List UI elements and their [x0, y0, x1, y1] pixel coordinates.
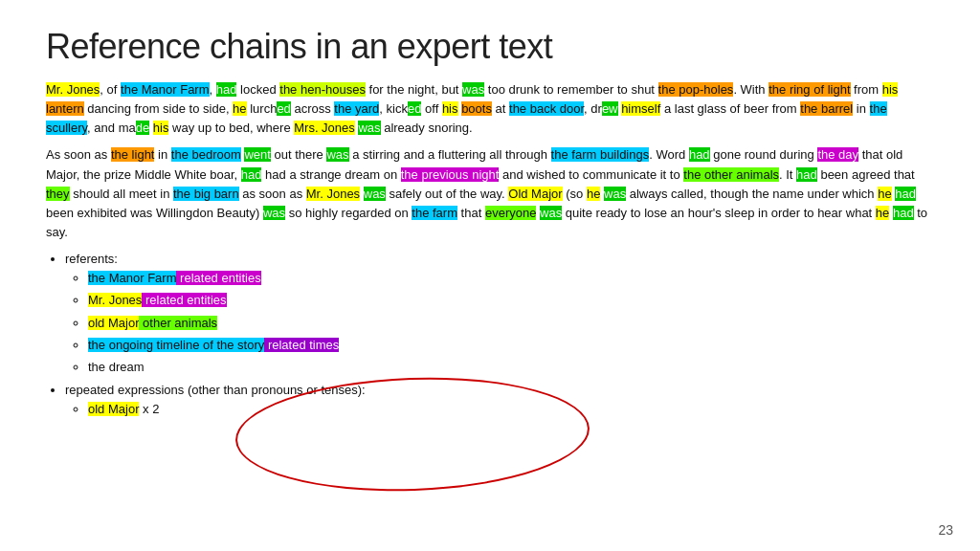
highlighted-text: ed	[408, 101, 421, 116]
highlighted-text: his	[882, 82, 899, 97]
highlighted-text: had	[893, 206, 914, 220]
highlighted-text: the yard	[334, 101, 379, 116]
highlighted-text: the light	[111, 147, 155, 162]
highlighted-text: the hen-houses	[279, 82, 366, 97]
highlighted-text: Mrs. Jones	[294, 121, 355, 135]
highlighted-text: they	[46, 187, 70, 201]
highlighted-text: the barrel	[800, 101, 853, 116]
highlighted-text: lantern	[46, 101, 84, 116]
referent-text: the Manor Farm	[88, 271, 176, 285]
highlighted-text: was	[462, 82, 484, 97]
referent-item: the ongoing timeline of the story relate…	[88, 336, 934, 355]
referent-text: the dream	[88, 360, 145, 374]
highlighted-text: boots	[461, 101, 492, 116]
referent-category: related times	[264, 338, 339, 352]
content-area: Mr. Jones, of the Manor Farm, had locked…	[46, 80, 934, 419]
repeated-list-item: repeated expressions (other than pronoun…	[65, 381, 934, 419]
referent-category: related entities	[142, 293, 226, 307]
highlighted-text: the pop-holes	[658, 82, 734, 97]
slide: Reference chains in an expert text Mr. J…	[0, 0, 980, 551]
referent-text: old Major	[88, 316, 139, 330]
paragraph-1: Mr. Jones, of the Manor Farm, had locked…	[46, 80, 934, 138]
repeated-sublist: old Major x 2	[88, 400, 934, 419]
highlighted-text: the farm	[412, 206, 457, 220]
repeated-item: old Major x 2	[88, 400, 934, 419]
paragraph-2: As soon as the light in the bedroom went…	[46, 145, 934, 242]
repeated-label: repeated expressions (other than pronoun…	[65, 383, 366, 397]
referent-text: the ongoing timeline of the story	[88, 338, 264, 352]
highlighted-text: Mr. Jones	[46, 82, 100, 97]
highlighted-text: the big barn	[173, 187, 239, 201]
highlighted-text: had	[241, 167, 262, 182]
referent-item: Mr. Jones related entities	[88, 291, 934, 310]
page-number: 23	[938, 522, 953, 538]
highlighted-text: he	[876, 206, 889, 220]
referent-category: other animals	[139, 316, 217, 330]
highlighted-text: ew	[602, 101, 618, 116]
highlighted-text: the Manor Farm	[121, 82, 209, 97]
highlighted-text: himself	[621, 101, 660, 116]
highlighted-text: was	[326, 147, 348, 162]
referent-text: Mr. Jones	[88, 293, 142, 307]
referents-sublist: the Manor Farm related entitiesMr. Jones…	[88, 269, 934, 377]
highlighted-text: ed	[277, 101, 290, 116]
highlighted-text: his	[442, 101, 458, 116]
highlighted-text: the previous night	[401, 167, 500, 182]
highlighted-text: de	[136, 121, 149, 135]
highlighted-text: Mr. Jones	[306, 187, 360, 201]
highlighted-text: he	[878, 187, 891, 201]
highlighted-text: he	[233, 101, 246, 116]
highlighted-text: was	[358, 121, 380, 135]
highlighted-text: the other animals	[683, 167, 779, 182]
highlighted-text: everyone	[485, 206, 536, 220]
highlighted-text: had	[689, 147, 710, 162]
highlighted-text: had	[895, 187, 916, 201]
highlighted-text: was	[604, 187, 626, 201]
repeated-text: old Major	[88, 402, 139, 416]
highlighted-text: he	[587, 187, 600, 201]
referent-item: old Major other animals	[88, 314, 934, 333]
highlighted-text: was	[364, 187, 386, 201]
highlighted-text: the back door	[509, 101, 584, 116]
referents-label: referents:	[65, 252, 118, 266]
highlighted-text: had	[796, 167, 817, 182]
referent-item: the dream	[88, 358, 934, 377]
referents-section: referents: the Manor Farm related entiti…	[46, 250, 934, 419]
slide-title: Reference chains in an expert text	[46, 27, 934, 67]
highlighted-text: had	[216, 82, 237, 97]
highlighted-text: the farm buildings	[551, 147, 650, 162]
highlighted-text: the day	[817, 147, 858, 162]
referents-list-item: referents: the Manor Farm related entiti…	[65, 250, 934, 377]
highlighted-text: the bedroom	[171, 147, 241, 162]
highlighted-text: was	[263, 206, 285, 220]
referent-item: the Manor Farm related entities	[88, 269, 934, 288]
highlighted-text: his	[153, 121, 169, 135]
highlighted-text: the ring of light	[768, 82, 850, 97]
highlighted-text: Old Major	[508, 187, 562, 201]
referent-category: related entities	[176, 271, 260, 285]
highlighted-text: went	[244, 147, 270, 162]
highlighted-text: was	[540, 206, 562, 220]
